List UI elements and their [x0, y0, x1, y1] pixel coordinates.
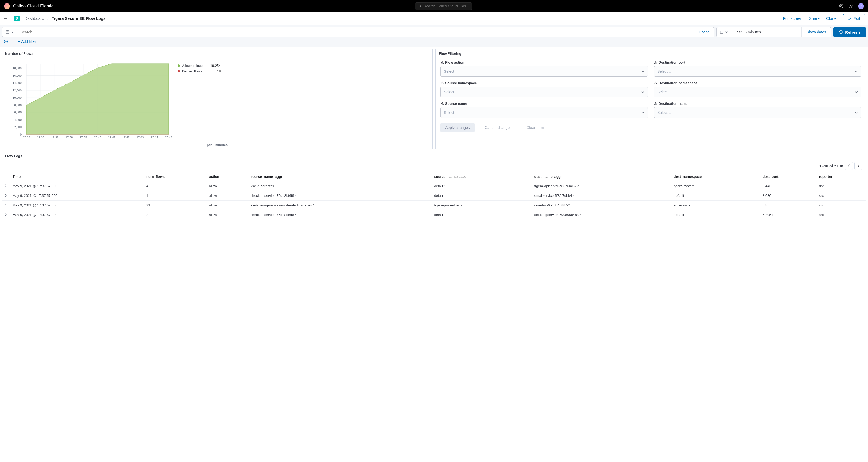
global-search[interactable]: [415, 2, 472, 10]
breadcrumb-current: Tigera Secure EE Flow Logs: [52, 16, 105, 21]
table-cell: allow: [207, 191, 248, 201]
table-cell: tigera-prometheus: [431, 201, 531, 210]
table-row[interactable]: May 9, 2021 @ 17:37:57.0001allowcheckout…: [2, 191, 866, 201]
time-range-input[interactable]: [731, 27, 802, 37]
logs-col-reporter[interactable]: reporter: [816, 172, 866, 181]
edit-button[interactable]: Edit: [843, 14, 865, 23]
global-search-input[interactable]: [424, 4, 469, 8]
clone-link[interactable]: Clone: [826, 16, 836, 21]
filter-sep: —: [11, 39, 14, 44]
chevron-right-icon: [4, 204, 7, 206]
table-cell: allow: [207, 181, 248, 191]
chart-legend: Allowed flows 19,254 Denied flows 18: [178, 64, 221, 141]
table-row[interactable]: May 9, 2021 @ 17:37:57.00021allowalertma…: [2, 201, 866, 210]
warning-icon: [654, 81, 657, 85]
legend-dot-allowed: [178, 64, 180, 67]
flows-panel-title: Number of Flows: [2, 49, 432, 58]
chevron-down-icon: [855, 90, 858, 93]
table-cell: allow: [207, 210, 248, 220]
logs-col-num_flows[interactable]: num_flows: [144, 172, 206, 181]
app-badge[interactable]: D: [14, 16, 20, 21]
table-row[interactable]: May 9, 2021 @ 17:37:57.0002allowcheckout…: [2, 210, 866, 220]
filter-select-flow_action[interactable]: Select...: [440, 66, 648, 77]
filter-select-src_ns[interactable]: Select...: [440, 87, 648, 97]
chevron-down-icon: [725, 31, 728, 33]
logs-col-dest_port[interactable]: dest_port: [760, 172, 816, 181]
chart-xtick: 17:36: [37, 136, 44, 139]
svg-point-0: [418, 5, 421, 7]
table-cell: 8,080: [760, 191, 816, 201]
table-cell: 5,443: [760, 181, 816, 191]
breadcrumb-root[interactable]: Dashboard: [25, 16, 44, 21]
saved-queries-button[interactable]: [2, 27, 17, 37]
chevron-right-icon: [4, 194, 7, 197]
lifebuoy-icon[interactable]: [839, 4, 844, 8]
logs-col-source_namespace[interactable]: source_namespace: [431, 172, 531, 181]
expand-row-button[interactable]: [2, 201, 10, 210]
logs-panel: Flow Logs 1–50 of 5108 Timenum_flowsacti…: [2, 151, 866, 220]
pager-text: 1–50 of 5108: [819, 164, 843, 168]
svg-point-3: [840, 5, 842, 7]
table-row[interactable]: May 9, 2021 @ 17:37:57.0004allowkse.kube…: [2, 181, 866, 191]
news-icon[interactable]: [848, 4, 853, 8]
pager-prev-button[interactable]: [845, 162, 853, 170]
refresh-button[interactable]: Refresh: [833, 27, 866, 37]
expand-row-button[interactable]: [2, 191, 10, 201]
user-avatar[interactable]: t: [858, 3, 864, 9]
query-area: Lucene Show dates Refresh — + Add filter: [0, 25, 868, 47]
add-filter-button[interactable]: + Add filter: [18, 39, 36, 44]
fullscreen-link[interactable]: Full screen: [783, 16, 803, 21]
table-cell: shippingservice-6998959488-*: [532, 210, 671, 220]
app-title: Calico Cloud Elastic: [13, 3, 54, 9]
clear-form-button[interactable]: Clear form: [522, 123, 549, 132]
legend-allowed-label: Allowed flows: [182, 64, 203, 68]
flows-chart[interactable]: 02,0004,0006,0008,00010,00012,00014,0001…: [6, 58, 171, 141]
logs-col-dest_namespace[interactable]: dest_namespace: [671, 172, 760, 181]
filter-select-dest_port[interactable]: Select...: [654, 66, 861, 77]
logs-col-dest_name_aggr[interactable]: dest_name_aggr: [532, 172, 671, 181]
cancel-changes-button[interactable]: Cancel changes: [480, 123, 516, 132]
table-cell: src: [816, 210, 866, 220]
chevron-down-icon: [11, 31, 13, 33]
apply-changes-button[interactable]: Apply changes: [440, 123, 474, 132]
chart-ytick: 6,000: [14, 111, 22, 114]
pager-next-button[interactable]: [855, 162, 862, 170]
legend-denied-label: Denied flows: [182, 69, 202, 73]
chevron-left-icon: [847, 164, 850, 167]
nav-toggle[interactable]: [3, 14, 11, 23]
logs-col-action[interactable]: action: [207, 172, 248, 181]
filter-select-dest_ns[interactable]: Select...: [654, 87, 861, 97]
show-dates-button[interactable]: Show dates: [802, 27, 831, 37]
table-cell: tigera-apiserver-c8676bc67-*: [532, 181, 671, 191]
logs-panel-title: Flow Logs: [2, 151, 866, 158]
expand-row-button[interactable]: [2, 210, 10, 220]
warning-icon: [654, 61, 657, 64]
chart-xtick: 17:45: [165, 136, 172, 139]
app-logo[interactable]: [4, 3, 10, 9]
logs-col-Time[interactable]: Time: [10, 172, 144, 181]
calendar-icon: [720, 30, 723, 34]
chart-ytick: 12,000: [12, 89, 22, 92]
time-picker-button[interactable]: [717, 27, 731, 37]
table-cell: 53: [760, 201, 816, 210]
share-link[interactable]: Share: [809, 16, 820, 21]
logs-col-source_name_aggr[interactable]: source_name_aggr: [248, 172, 431, 181]
chart-ytick: 18,000: [12, 66, 22, 70]
filter-panel-title: Flow Filtering: [436, 49, 866, 58]
breadcrumb: Dashboard / Tigera Secure EE Flow Logs: [25, 16, 105, 21]
filter-select-dest_name[interactable]: Select...: [654, 107, 861, 118]
time-group: Show dates: [716, 27, 831, 37]
chart-xtick: 17:38: [65, 136, 73, 139]
table-cell: May 9, 2021 @ 17:37:57.000: [10, 181, 144, 191]
search-input[interactable]: [17, 27, 693, 37]
filter-icon[interactable]: [4, 39, 8, 44]
legend-denied-value: 18: [212, 69, 221, 73]
filter-select-src_name[interactable]: Select...: [440, 107, 648, 118]
table-cell: default: [431, 210, 531, 220]
expand-row-button[interactable]: [2, 181, 10, 191]
logs-pager: 1–50 of 5108: [819, 162, 862, 170]
table-cell: dst: [816, 181, 866, 191]
table-cell: 50,051: [760, 210, 816, 220]
query-language-button[interactable]: Lucene: [693, 27, 714, 37]
svg-point-37: [655, 84, 656, 84]
